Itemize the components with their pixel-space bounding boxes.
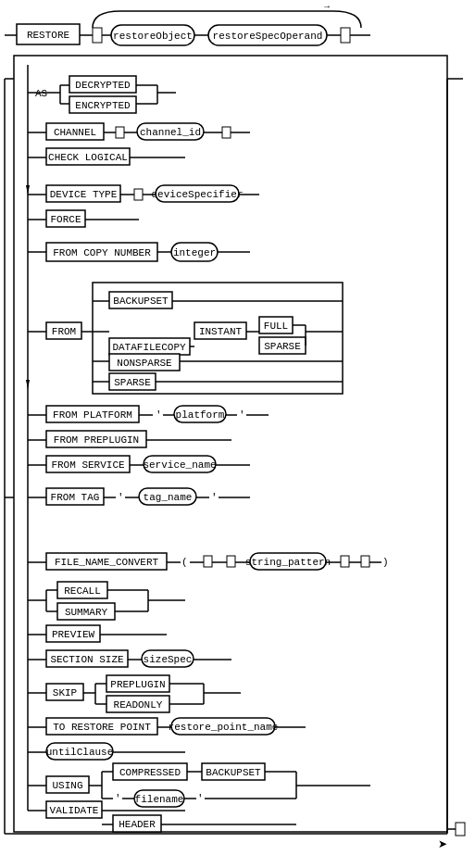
svg-text:FROM TAG: FROM TAG <box>51 492 100 503</box>
svg-rect-172 <box>142 650 194 667</box>
svg-text:integer: integer <box>173 247 216 258</box>
svg-rect-35 <box>46 123 104 140</box>
svg-text:➤: ➤ <box>438 838 447 851</box>
svg-rect-46 <box>46 148 130 165</box>
svg-text:': ' <box>211 492 218 503</box>
svg-rect-15 <box>14 56 447 832</box>
svg-rect-97 <box>109 373 156 390</box>
svg-rect-1 <box>17 24 80 44</box>
svg-text:': ' <box>239 409 245 421</box>
diagram-svg: RESTORE restoreObject restoreSpecOperand… <box>0 0 475 868</box>
svg-rect-50 <box>46 185 120 202</box>
svg-text:': ' <box>115 793 121 804</box>
svg-rect-53 <box>134 189 143 200</box>
svg-rect-165 <box>46 625 100 642</box>
svg-text:INSTANT: INSTANT <box>199 326 243 337</box>
svg-rect-192 <box>46 718 157 735</box>
svg-rect-79 <box>194 322 246 339</box>
svg-rect-38 <box>116 127 124 138</box>
svg-rect-4 <box>93 28 102 43</box>
svg-rect-139 <box>204 556 212 567</box>
svg-text:FROM PLATFORM: FROM PLATFORM <box>53 409 132 421</box>
svg-rect-116 <box>46 456 130 472</box>
svg-rect-93 <box>109 354 180 371</box>
svg-rect-230 <box>46 801 102 818</box>
svg-rect-106 <box>174 406 226 422</box>
svg-text:DATAFILECOPY: DATAFILECOPY <box>112 342 186 353</box>
svg-rect-24 <box>69 76 136 93</box>
svg-rect-195 <box>171 718 275 735</box>
svg-text:SKIP: SKIP <box>53 687 78 698</box>
svg-text:PREVIEW: PREVIEW <box>52 629 95 640</box>
svg-rect-134 <box>46 553 167 570</box>
svg-text:): ) <box>382 557 389 568</box>
svg-rect-119 <box>144 456 216 472</box>
svg-text:NONSPARSE: NONSPARSE <box>117 358 172 369</box>
svg-rect-73 <box>93 283 343 394</box>
svg-rect-186 <box>106 696 169 712</box>
svg-text:restoreObject: restoreObject <box>113 31 193 42</box>
svg-rect-148 <box>361 556 369 567</box>
svg-text:READONLY: READONLY <box>114 699 163 711</box>
svg-text:filename: filename <box>135 794 184 805</box>
svg-text:HEADER: HEADER <box>119 819 156 830</box>
svg-rect-141 <box>227 556 235 567</box>
svg-rect-203 <box>46 776 89 793</box>
svg-rect-112 <box>46 431 146 447</box>
svg-text:CHECK LOGICAL: CHECK LOGICAL <box>48 152 128 163</box>
diagram-container: RESTORE restoreObject restoreSpecOperand… <box>0 0 475 868</box>
svg-text:': ' <box>118 492 124 503</box>
svg-text:(: ( <box>181 557 188 568</box>
svg-rect-59 <box>46 210 85 227</box>
svg-rect-154 <box>57 582 107 598</box>
svg-text:FILE_NAME_CONVERT: FILE_NAME_CONVERT <box>55 557 159 568</box>
svg-text:USING: USING <box>52 780 82 791</box>
svg-rect-40 <box>137 123 204 140</box>
svg-text:': ' <box>156 409 162 421</box>
svg-rect-6 <box>111 25 194 45</box>
svg-rect-176 <box>46 684 83 700</box>
svg-text:restoreSpecOperand: restoreSpecOperand <box>213 31 323 42</box>
svg-rect-55 <box>156 185 239 202</box>
svg-text:COMPRESSED: COMPRESSED <box>119 767 181 778</box>
svg-rect-101 <box>46 406 139 422</box>
svg-text:platform: platform <box>176 409 225 421</box>
svg-text:deviceSpecifier: deviceSpecifier <box>151 189 243 200</box>
svg-rect-84 <box>259 337 306 354</box>
svg-text:PREPLUGIN: PREPLUGIN <box>110 679 165 690</box>
svg-rect-199 <box>46 743 113 760</box>
svg-text:FROM: FROM <box>52 326 76 337</box>
svg-text:restore_point_name: restore_point_name <box>169 722 279 733</box>
svg-rect-66 <box>171 243 218 261</box>
svg-text:SUMMARY: SUMMARY <box>65 607 108 618</box>
svg-rect-169 <box>46 650 128 667</box>
svg-text:sizeSpec: sizeSpec <box>144 654 193 665</box>
svg-rect-181 <box>106 675 169 692</box>
svg-text:RECALL: RECALL <box>64 585 101 597</box>
svg-text:RESTORE: RESTORE <box>27 30 70 41</box>
svg-rect-89 <box>109 338 190 355</box>
svg-text:string_pattern: string_pattern <box>245 557 331 568</box>
svg-rect-70 <box>46 322 81 339</box>
svg-text:→: → <box>324 2 330 12</box>
svg-text:DEVICE TYPE: DEVICE TYPE <box>50 189 118 200</box>
svg-rect-143 <box>250 553 326 570</box>
svg-text:untilClause: untilClause <box>46 747 114 758</box>
svg-rect-226 <box>113 815 161 832</box>
svg-rect-234 <box>456 823 465 836</box>
svg-rect-75 <box>109 292 172 308</box>
svg-text:FROM COPY NUMBER: FROM COPY NUMBER <box>53 247 151 258</box>
svg-marker-239 <box>26 380 30 389</box>
svg-rect-128 <box>139 488 196 505</box>
svg-text:BACKUPSET: BACKUPSET <box>113 296 169 307</box>
svg-text:ENCRYPTED: ENCRYPTED <box>75 100 131 111</box>
svg-text:SECTION SIZE: SECTION SIZE <box>50 654 124 665</box>
svg-rect-12 <box>341 28 350 43</box>
svg-text:FROM PREPLUGIN: FROM PREPLUGIN <box>54 434 139 446</box>
svg-rect-159 <box>57 603 115 620</box>
svg-text:AS: AS <box>35 88 48 99</box>
svg-rect-218 <box>134 790 184 807</box>
svg-text:SPARSE: SPARSE <box>114 377 151 388</box>
svg-text:channel_id: channel_id <box>140 127 201 138</box>
svg-rect-82 <box>259 317 293 333</box>
